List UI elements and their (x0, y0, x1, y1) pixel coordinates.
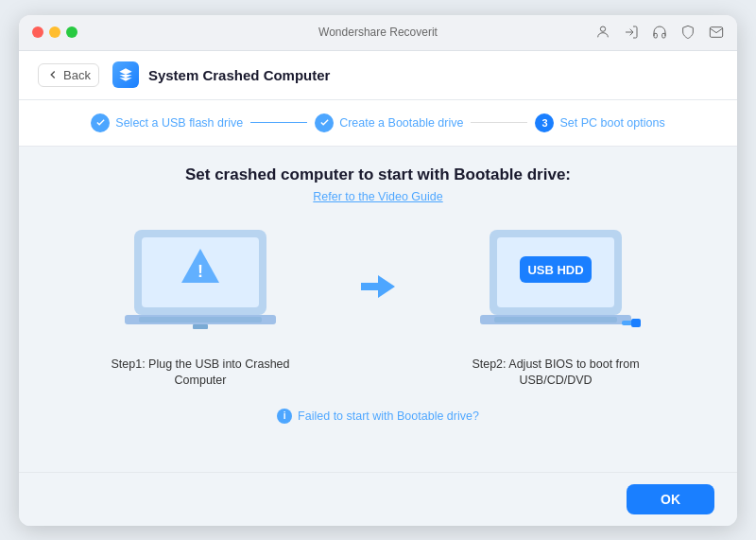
crashed-computer-icon (112, 61, 139, 88)
app-window: Wondershare Recoverit Back System Crashe… (19, 15, 737, 526)
shield-icon[interactable] (680, 25, 696, 40)
step-3-label: Set PC boot options (559, 116, 664, 130)
back-button[interactable]: Back (38, 63, 99, 87)
maximize-button[interactable] (66, 26, 77, 38)
step-3: 3 Set PC boot options (535, 113, 664, 132)
svg-rect-15 (494, 317, 617, 322)
step2-label: Step2: Adjust BIOS to boot from USB/CD/D… (461, 357, 650, 390)
page-title: System Crashed Computer (148, 67, 331, 83)
titlebar-icons (595, 25, 724, 40)
mail-icon[interactable] (709, 25, 724, 40)
step2-laptop: USB HDD (471, 222, 641, 345)
content-title: Set crashed computer to start with Boota… (185, 165, 571, 184)
step-2-circle (315, 113, 334, 132)
ok-button[interactable]: OK (627, 484, 714, 514)
arrow-container (361, 273, 395, 300)
svg-point-0 (600, 26, 605, 31)
minimize-button[interactable] (49, 26, 60, 38)
titlebar: Wondershare Recoverit (19, 15, 737, 51)
step-2: Create a Bootable drive (315, 113, 463, 132)
svg-marker-9 (361, 275, 395, 298)
step-2-label: Create a Bootable drive (339, 116, 463, 130)
steps-bar: Select a USB flash drive Create a Bootab… (19, 100, 737, 147)
info-icon: i (277, 409, 292, 424)
step1-label: Step1: Plug the USB into Crashed Compute… (106, 357, 295, 390)
headphone-icon[interactable] (652, 25, 667, 40)
video-guide-link[interactable]: Refer to the Video Guide (313, 190, 442, 203)
step1-visual: ! Step1: Plug the USB into Crashed Compu… (77, 222, 323, 390)
failed-link-row[interactable]: i Failed to start with Bootable drive? (277, 409, 479, 424)
step2-visual: USB HDD Step2: Adjust BIOS to boot from … (433, 222, 679, 390)
step-1: Select a USB flash drive (91, 113, 243, 132)
step-3-circle: 3 (535, 113, 554, 132)
svg-text:!: ! (198, 262, 203, 281)
svg-rect-7 (139, 317, 262, 322)
login-icon[interactable] (624, 25, 639, 40)
close-button[interactable] (32, 26, 43, 38)
step-1-circle (91, 113, 110, 132)
main-content: Set crashed computer to start with Boota… (19, 147, 737, 472)
arrow-icon (361, 273, 395, 300)
step-3-number: 3 (541, 117, 547, 129)
traffic-lights (32, 26, 77, 38)
headerbar: Back System Crashed Computer (19, 51, 737, 100)
back-label: Back (63, 68, 91, 82)
failed-link[interactable]: Failed to start with Bootable drive? (298, 409, 479, 423)
step1-laptop: ! (115, 222, 285, 345)
step-1-label: Select a USB flash drive (115, 116, 243, 130)
svg-rect-17 (631, 319, 641, 327)
titlebar-title: Wondershare Recoverit (318, 26, 438, 39)
footer: OK (19, 472, 737, 526)
person-icon[interactable] (595, 25, 610, 40)
svg-text:USB HDD: USB HDD (527, 263, 583, 277)
svg-rect-8 (193, 324, 208, 329)
steps-visual: ! Step1: Plug the USB into Crashed Compu… (38, 222, 718, 390)
connector-2 (471, 122, 527, 124)
connector-1 (250, 122, 307, 124)
